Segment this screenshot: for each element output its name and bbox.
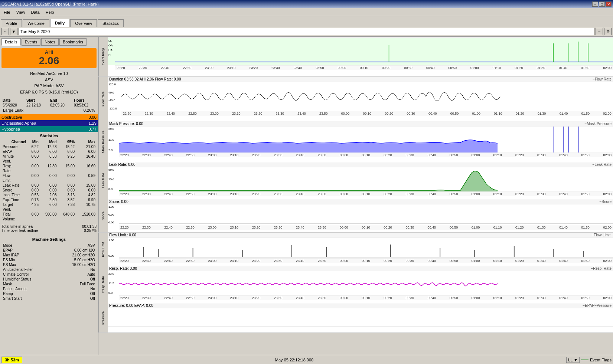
stats-cell (40, 168, 58, 173)
next-date-button[interactable]: → (596, 28, 603, 35)
stats-cell: 0.56 (27, 193, 40, 197)
stats-row: Insp. Time0.562.083.164.82 (1, 193, 97, 197)
stats-cell: 7.38 (58, 202, 76, 207)
menu-help[interactable]: Help (43, 9, 57, 15)
snore-header: Snore: 0.00 −Snore (108, 199, 613, 204)
status-date: May 05 22:12:18.000 (25, 358, 563, 362)
mask-pressure-header-text: Mask Pressure: 0.00 (109, 122, 143, 126)
snore-time-axis: 22:2022:3022:4022:5023:0023:1023:2023:30… (119, 225, 613, 230)
hypopnea-label: Hypopnea (1, 127, 20, 131)
device-mode: ASV (1, 77, 97, 83)
menu-data[interactable]: Data (28, 9, 42, 15)
resp-rate-time-axis: 22:2022:3022:4022:5023:0023:1023:2023:30… (119, 295, 613, 300)
leak-redline-value: 0.257% (84, 229, 97, 233)
ahi-value: 2.06 (3, 55, 95, 67)
pressure-header: Pressure: 0.00 EPAP: 0.00 −EPAP−Pressure (108, 303, 613, 308)
subtab-details[interactable]: Details (1, 38, 21, 46)
col-max: Max (76, 140, 97, 144)
maximize-button[interactable]: □ (599, 1, 605, 7)
stats-cell (58, 207, 76, 212)
minimize-button[interactable]: − (592, 1, 598, 7)
event-flags-content: LL OA UA H (108, 37, 613, 70)
menu-file[interactable]: File (1, 9, 13, 15)
device-pap-mode: PAP Mode: ASV (1, 83, 97, 89)
stats-cell: 0.00 (27, 173, 40, 178)
leak-rate-header-text: Leak Rate: 0.00 (109, 163, 136, 167)
stats-cell: 15.60 (76, 183, 97, 188)
leak-rate-ylabels: 50.0 25.0 0.0 (108, 167, 120, 191)
stats-cell: 0.76 (27, 197, 40, 202)
stats-cell (76, 159, 97, 164)
stats-cell: 6.00 (58, 149, 76, 154)
main-content: Details Events Notes Bookmarks AHI 2.06 … (0, 37, 613, 355)
event-flags-area: LL OA UA H (108, 38, 613, 65)
date-dropdown-button[interactable]: ▼ (10, 28, 17, 35)
setting-label: Mode (1, 243, 55, 248)
stats-body: Pressure6.2212.2815.4221.00EPAP6.006.006… (1, 144, 97, 222)
flow-rate-content: Duration 03:53:02 AHI 2.06 Flow Rate: 0.… (108, 77, 613, 116)
charts-main[interactable]: Event Flags LL OA UA H (98, 37, 613, 355)
mask-pressure-header: Mask Pressure: 0.00 −Mask Pressure (108, 121, 613, 127)
event-flags-time-axis: 22:2022:3022:4022:5023:0023:1023:2023:30… (115, 65, 613, 70)
setting-value: No (55, 286, 97, 291)
resp-rate-chart: Resp. Rate Resp. Rate: 0.00 −Resp. Rate … (98, 266, 613, 303)
flow-limit-content: Flow Limit.: 0.00 −Flow Limit. 1.00 0.00 (108, 233, 613, 263)
subtab-events[interactable]: Events (22, 38, 41, 46)
flow-limit-ylabels: 1.00 0.00 (108, 238, 120, 258)
setting-value: Off (55, 291, 97, 296)
setting-value: Off (55, 296, 97, 301)
tab-statistics[interactable]: Statistics (98, 19, 124, 27)
mask-pressure-svg (119, 127, 613, 153)
stats-cell: Leak Rate (1, 183, 27, 188)
statistics-area: Statistics Channel Min Med 95% Max Press… (0, 132, 98, 223)
event-flags-chart: Event Flags LL OA UA H (98, 37, 613, 77)
unclassified-label: Unclassified Apnea (1, 121, 36, 125)
menu-view[interactable]: View (13, 9, 28, 15)
stats-cell (27, 217, 40, 222)
tab-profile[interactable]: Profile (1, 19, 22, 27)
stats-cell (40, 178, 58, 183)
stats-row: Vent. (1, 159, 97, 164)
ll-dropdown-button[interactable]: LL ▼ (566, 357, 580, 363)
tab-daily[interactable]: Daily (50, 19, 69, 27)
resp-rate-area: 23.0 11.5 0.0 (108, 271, 613, 295)
mask-pressure-chart: Mask Pressure Mask Pressure: 0.00 −Mask … (98, 121, 613, 162)
stats-cell: Snore (1, 188, 27, 193)
date-input[interactable] (19, 28, 594, 35)
session-hours: 03:53:02 (73, 103, 97, 108)
mask-pressure-area: 29.0 11.0 2.0 (108, 127, 613, 153)
event-flags-label: Event Flags (98, 37, 108, 76)
flow-limit-header-text: Flow Limit.: 0.00 (109, 233, 136, 237)
settings-row: ModeASV (1, 243, 97, 248)
stats-cell: 9.90 (76, 197, 97, 202)
stats-cell: 0.00 (76, 188, 97, 193)
settings-row: Antibacterial FilterNo (1, 267, 97, 272)
setting-label: Mask (1, 282, 55, 286)
stats-cell: 0.00 (58, 183, 76, 188)
leak-rate-header-right: −Leak Rate (593, 163, 612, 167)
stats-cell: 16.48 (76, 154, 97, 159)
stats-cell: 6.00 (40, 202, 58, 207)
date-header: Date (1, 98, 25, 103)
obstructive-label: Obstructive (1, 115, 22, 119)
subtab-notes[interactable]: Notes (41, 38, 59, 46)
prev-date-button[interactable]: ← (1, 28, 9, 35)
flow-rate-time-axis: 22:2022:3022:4022:5023:0023:1023:2023:30… (121, 111, 613, 116)
flow-rate-header-right: −Flow Rate (593, 77, 612, 81)
device-epap: EPAP 6.0 PS 5.0-15.0 (cmH2O) (1, 89, 97, 95)
stats-cell: Target (1, 202, 27, 207)
tab-overview[interactable]: Overview (70, 19, 97, 27)
stats-cell: 15.00 (58, 164, 76, 168)
stats-cell: 9.25 (58, 154, 76, 159)
stats-cell (76, 207, 97, 212)
leak-rate-svg (119, 167, 613, 191)
ahi-label: AHI (3, 49, 95, 55)
statistics-table: Channel Min Med 95% Max Pressure6.2212.2… (1, 140, 97, 222)
flow-limit-time-axis: 22:2022:3022:4022:5023:0023:1023:2023:30… (119, 258, 613, 263)
pin-button[interactable]: ⊕ (604, 28, 612, 35)
tab-welcome[interactable]: Welcome (23, 19, 49, 27)
close-button[interactable]: ✕ (606, 1, 612, 7)
mask-pressure-label: Mask Pressure (98, 121, 108, 162)
obstructive-value: 0.00 (89, 115, 97, 119)
subtab-bookmarks[interactable]: Bookmarks (59, 38, 87, 46)
